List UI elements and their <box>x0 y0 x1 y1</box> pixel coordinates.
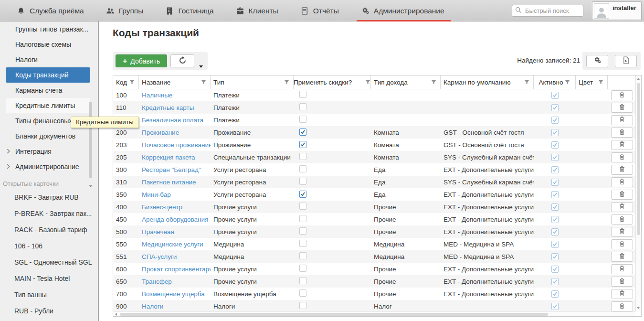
nav-item-admin[interactable]: Администрирование <box>359 0 447 21</box>
open-card-item[interactable]: RACK - Базовый тариф <box>0 222 98 238</box>
open-card-item[interactable]: 106 - 106 <box>0 238 98 254</box>
filter-icon[interactable] <box>431 80 436 85</box>
discount-checkbox[interactable] <box>299 289 306 297</box>
transaction-name-link[interactable]: СПА-услуги <box>142 253 177 260</box>
transaction-name-link[interactable]: Медицинские услуги <box>142 241 203 248</box>
filter-icon[interactable] <box>129 80 135 85</box>
active-checkbox[interactable] <box>551 253 559 260</box>
vertical-scrollbar[interactable] <box>635 75 641 311</box>
delete-button[interactable] <box>611 277 633 287</box>
filter-icon[interactable] <box>598 80 603 85</box>
active-checkbox[interactable] <box>551 141 559 149</box>
discount-checkbox[interactable] <box>299 116 306 123</box>
delete-button[interactable] <box>611 202 633 212</box>
transaction-name-link[interactable]: Трансфер <box>142 278 172 285</box>
discount-checkbox[interactable] <box>299 153 306 160</box>
scroll-down-icon[interactable] <box>637 307 640 309</box>
discount-checkbox[interactable] <box>299 165 306 172</box>
delete-button[interactable] <box>611 301 633 311</box>
filter-icon[interactable] <box>524 80 529 85</box>
transaction-name-link[interactable]: Ресторан "Белград" <box>142 166 201 173</box>
discount-checkbox[interactable] <box>299 302 306 309</box>
nav-item-reports[interactable]: Отчёты <box>298 0 341 21</box>
open-card-item[interactable]: RUB - Рубли <box>0 303 98 319</box>
discount-checkbox[interactable] <box>299 277 306 284</box>
discount-checkbox[interactable] <box>299 128 306 136</box>
discount-checkbox[interactable] <box>299 103 306 110</box>
active-checkbox[interactable] <box>551 104 559 111</box>
transaction-name-link[interactable]: Пакетное питание <box>142 179 196 186</box>
active-checkbox[interactable] <box>551 166 559 173</box>
active-checkbox[interactable] <box>551 154 559 161</box>
transaction-name-link[interactable]: Безналичная оплата <box>142 117 203 124</box>
active-checkbox[interactable] <box>551 303 559 310</box>
filter-icon[interactable] <box>201 80 206 85</box>
delete-button[interactable] <box>611 152 633 162</box>
discount-checkbox[interactable] <box>299 178 306 185</box>
delete-button[interactable] <box>611 227 633 237</box>
sidebar-item[interactable]: Кредитные лимиты <box>6 98 90 113</box>
active-checkbox[interactable] <box>551 290 559 298</box>
search-input[interactable] <box>524 7 580 15</box>
sidebar-scroll-down-icon[interactable] <box>89 185 93 187</box>
discount-checkbox[interactable] <box>299 227 306 235</box>
delete-button[interactable] <box>611 165 633 175</box>
discount-checkbox[interactable] <box>299 203 306 210</box>
nav-item-reception[interactable]: Служба приёма <box>14 0 86 21</box>
transaction-name-link[interactable]: Возмещение ущерба <box>142 290 205 298</box>
transaction-name-link[interactable]: Кредитные карты <box>142 104 194 111</box>
active-checkbox[interactable] <box>551 241 559 248</box>
active-checkbox[interactable] <box>551 179 559 186</box>
active-checkbox[interactable] <box>551 266 559 273</box>
discount-checkbox[interactable] <box>299 240 306 247</box>
sidebar-item[interactable]: Коды транзакций <box>6 67 90 83</box>
caret-down-icon[interactable] <box>199 65 203 68</box>
sidebar-item[interactable]: Бланки документов <box>6 128 90 144</box>
transaction-name-link[interactable]: Прачечная <box>142 228 174 235</box>
active-checkbox[interactable] <box>551 191 559 198</box>
add-button[interactable]: + Добавить <box>116 54 167 67</box>
sidebar-item[interactable]: Карманы счета <box>6 83 90 98</box>
sidebar-item[interactable]: Администрирование <box>6 159 90 174</box>
delete-button[interactable] <box>611 252 633 262</box>
active-checkbox[interactable] <box>551 117 559 124</box>
delete-button[interactable] <box>611 289 633 299</box>
horizontal-scrollbar[interactable] <box>113 311 635 316</box>
open-card-item[interactable]: P-BREAK - Завтрак пак... <box>0 205 98 222</box>
transaction-name-link[interactable]: Наличные <box>142 92 172 99</box>
active-checkbox[interactable] <box>551 216 559 223</box>
open-card-item[interactable]: BRKF - Завтрак RUB <box>0 189 98 205</box>
transaction-name-link[interactable]: Почасовое проживание <box>142 141 211 149</box>
scroll-left-icon[interactable] <box>115 313 117 316</box>
delete-button[interactable] <box>611 239 633 249</box>
active-checkbox[interactable] <box>551 228 559 235</box>
active-checkbox[interactable] <box>551 278 559 285</box>
delete-button[interactable] <box>611 90 633 100</box>
sidebar-item[interactable]: Налоговые схемы <box>6 37 90 52</box>
discount-checkbox[interactable] <box>299 141 306 148</box>
sidebar-item[interactable]: Интеграция <box>6 144 90 159</box>
discount-checkbox[interactable] <box>299 91 306 98</box>
refresh-button[interactable] <box>170 54 194 67</box>
open-card-item[interactable]: MAIN - Tesla Hotel <box>0 270 98 287</box>
settings-button[interactable] <box>586 55 608 67</box>
transaction-name-link[interactable]: Аренда оборудования <box>142 216 208 223</box>
quick-search[interactable] <box>512 5 583 17</box>
discount-checkbox[interactable] <box>299 215 306 222</box>
nav-item-hotel[interactable]: Гостиница <box>163 0 216 21</box>
delete-button[interactable] <box>611 190 633 200</box>
scroll-up-icon[interactable] <box>637 78 640 80</box>
active-checkbox[interactable] <box>551 203 559 211</box>
delete-button[interactable] <box>611 140 633 150</box>
discount-checkbox[interactable] <box>299 191 306 198</box>
filter-icon[interactable] <box>365 80 370 85</box>
nav-item-clients[interactable]: Клиенты <box>233 0 281 21</box>
active-checkbox[interactable] <box>551 129 559 136</box>
delete-button[interactable] <box>611 103 633 113</box>
delete-button[interactable] <box>611 128 633 138</box>
transaction-name-link[interactable]: Прокат спортинвентаря <box>142 266 211 273</box>
export-excel-button[interactable]: x <box>615 55 637 67</box>
sidebar-scrollbar-thumb[interactable] <box>89 102 92 178</box>
horizontal-scrollbar-thumb[interactable] <box>120 313 548 316</box>
open-card-item[interactable]: Тип ванны <box>0 287 98 303</box>
